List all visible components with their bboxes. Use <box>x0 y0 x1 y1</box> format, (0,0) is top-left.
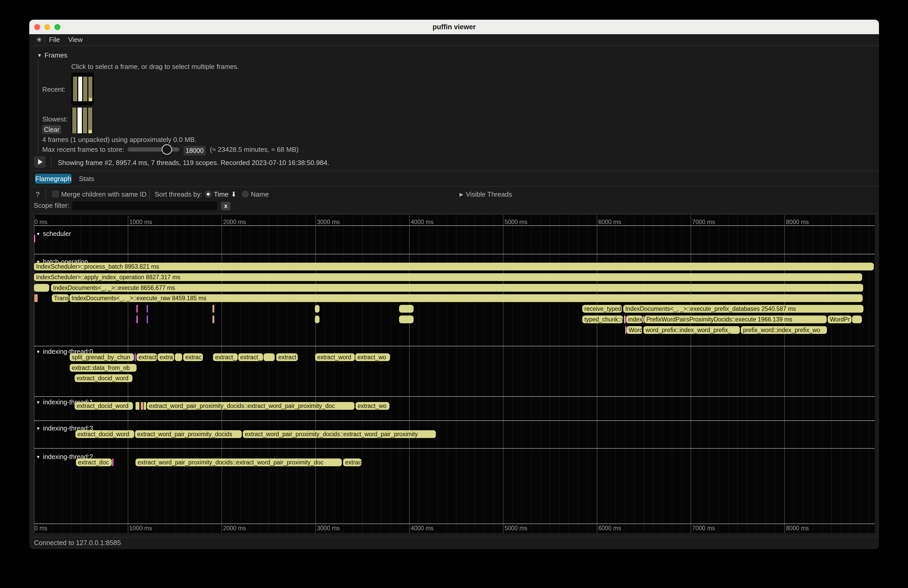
scope-bar[interactable]: Trans <box>52 294 69 302</box>
max-frames-value[interactable]: 18000 <box>184 146 206 156</box>
scope-bar[interactable] <box>112 458 114 466</box>
showing-frame-status: Showing frame #2, 8957.4 ms, 7 threads, … <box>58 159 329 167</box>
scope-bar[interactable] <box>643 315 644 323</box>
scope-bar[interactable]: extract_word_pair_proximity_docids <box>135 430 242 438</box>
scope-bar[interactable]: word_prefix::index_word_prefix_ <box>644 326 740 334</box>
scope-bar[interactable]: extract_word_pair_proximity_docids::extr… <box>147 402 354 410</box>
sort-by-name-radio[interactable] <box>242 191 249 198</box>
scope-bar[interactable] <box>852 315 862 323</box>
collapse-open-icon: ▼ <box>37 53 42 58</box>
scope-bar[interactable]: WordPr <box>828 315 852 323</box>
scope-bar[interactable]: IndexScheduler>::process_batch 8953.821 … <box>34 263 874 270</box>
slowest-frames-label: Slowest: <box>42 115 68 123</box>
sort-name-label[interactable]: Name <box>251 190 269 198</box>
merge-children-checkbox[interactable] <box>52 191 59 198</box>
scope-bar[interactable]: IndexScheduler>::apply_index_operation 8… <box>34 273 862 281</box>
frame-bar[interactable] <box>77 108 82 133</box>
scope-bar[interactable] <box>141 402 143 410</box>
time-tick-bottom: 7000 ms <box>692 525 715 532</box>
scope-bar[interactable] <box>624 315 626 323</box>
max-frames-slider-knob[interactable] <box>162 144 172 155</box>
scope-bar[interactable] <box>135 353 136 361</box>
menu-file[interactable]: File <box>45 36 64 44</box>
scope-bar[interactable] <box>175 353 182 361</box>
scope-bar[interactable]: extract <box>276 353 298 361</box>
recent-frames-label: Recent: <box>42 85 66 93</box>
scope-bar[interactable]: IndexDocuments<_, _>::execute 8656.677 m… <box>51 284 863 292</box>
scope-bar[interactable] <box>399 315 414 323</box>
scope-filter-input[interactable] <box>72 201 217 210</box>
scope-bar[interactable]: extract_wo <box>356 402 390 410</box>
scope-bar[interactable] <box>315 305 319 313</box>
sort-desc-icon: ⬇ <box>231 190 237 198</box>
scope-bar[interactable]: extract_wo <box>355 353 390 361</box>
frame-bar[interactable] <box>72 108 76 133</box>
scope-bar[interactable] <box>136 315 138 323</box>
scope-bar[interactable] <box>315 315 319 323</box>
scope-bar[interactable]: Word <box>626 326 642 334</box>
frame-bar-selected[interactable] <box>78 77 82 101</box>
scope-bar[interactable] <box>136 305 138 313</box>
scope-bar[interactable]: typed_chunk::w <box>582 315 623 323</box>
sort-time-label[interactable]: Time <box>214 190 229 198</box>
scope-bar[interactable] <box>34 284 49 292</box>
scope-bar[interactable]: extract_docid_word <box>75 402 133 410</box>
scope-bar[interactable]: extrac <box>343 458 362 466</box>
scope-bar[interactable] <box>213 305 214 313</box>
scope-bar[interactable]: extract_ <box>238 353 263 361</box>
scope-bar[interactable]: extract_ <box>213 353 238 361</box>
collapse-open-icon: ▼ <box>36 349 40 354</box>
help-button[interactable]: ? <box>36 190 39 198</box>
scope-bar[interactable] <box>625 326 626 334</box>
recent-frame-thumbnail[interactable] <box>71 72 94 105</box>
menu-bar: ✳ File View <box>29 34 879 46</box>
scope-bar[interactable]: extract_word <box>315 353 355 361</box>
scope-bar[interactable] <box>147 305 148 313</box>
scope-bar[interactable] <box>144 402 146 410</box>
scope-bar[interactable]: split_grenad_by_chun <box>70 353 134 361</box>
lane-separator <box>34 396 875 397</box>
scope-bar[interactable]: extract_doc <box>76 458 112 466</box>
frame-bar[interactable] <box>83 77 87 101</box>
scope-bar[interactable]: extract::data_from_ob <box>70 364 137 372</box>
frame-bar[interactable] <box>83 108 87 133</box>
scope-bar[interactable]: IndexDocuments<_, _>::execute_raw 8459.1… <box>69 294 863 302</box>
scope-bar[interactable]: PrefixWordPairsProximityDocids::execute … <box>644 315 827 323</box>
menu-view[interactable]: View <box>64 36 87 44</box>
scope-bar[interactable]: index <box>626 315 642 323</box>
scope-bar[interactable] <box>34 294 37 302</box>
scope-bar[interactable] <box>399 305 414 313</box>
theme-toggle-icon[interactable]: ✳ <box>34 36 44 44</box>
scope-bar[interactable]: extrac <box>183 353 203 361</box>
clear-filter-button[interactable]: x <box>221 202 231 210</box>
tab-flamegraph[interactable]: Flamegraph <box>35 174 71 184</box>
thread-header-scheduler[interactable]: ▼scheduler <box>36 230 71 238</box>
scope-bar[interactable]: extract <box>137 353 157 361</box>
clear-frames-button[interactable]: Clear <box>42 125 61 134</box>
scope-bar[interactable]: IndexDocuments<_, _>::execute_prefix_dat… <box>623 305 863 313</box>
scope-bar[interactable]: extract_word_pair_proximity_docids::extr… <box>243 430 436 438</box>
scope-bar[interactable] <box>147 315 148 323</box>
scope-bar[interactable]: extra <box>158 353 174 361</box>
scope-bar[interactable]: extract_docid_word <box>76 430 134 438</box>
scope-bar[interactable]: prefix_word::index_prefix_wo <box>741 326 827 334</box>
scope-bar[interactable] <box>264 353 275 361</box>
visible-threads-toggle[interactable]: ▶Visible Threads <box>459 190 512 198</box>
scope-bar[interactable]: extract_word_pair_proximity_docids::extr… <box>135 458 342 466</box>
scope-bar[interactable]: extract_docid_word <box>75 374 132 382</box>
frame-bar[interactable] <box>88 108 92 133</box>
scope-bar[interactable] <box>34 235 35 243</box>
frame-bar[interactable] <box>89 77 92 101</box>
scope-bar[interactable] <box>135 402 139 410</box>
slowest-frame-thumbnail[interactable] <box>71 107 93 134</box>
scope-bar[interactable] <box>213 315 214 323</box>
tab-stats[interactable]: Stats <box>75 174 98 184</box>
frames-section-header[interactable]: ▼Frames <box>37 51 68 59</box>
sort-by-time-radio[interactable] <box>205 191 212 198</box>
max-frames-label: Max recent frames to store: <box>42 146 124 154</box>
time-tick-bottom: 3000 ms <box>317 525 340 532</box>
scope-bar[interactable]: receive_typed_ <box>582 305 622 313</box>
pause-resume-button[interactable] <box>34 156 46 168</box>
flamegraph-canvas[interactable]: 0 ms0 ms1000 ms1000 ms2000 ms2000 ms3000… <box>34 215 875 533</box>
frame-bar[interactable] <box>73 77 77 101</box>
